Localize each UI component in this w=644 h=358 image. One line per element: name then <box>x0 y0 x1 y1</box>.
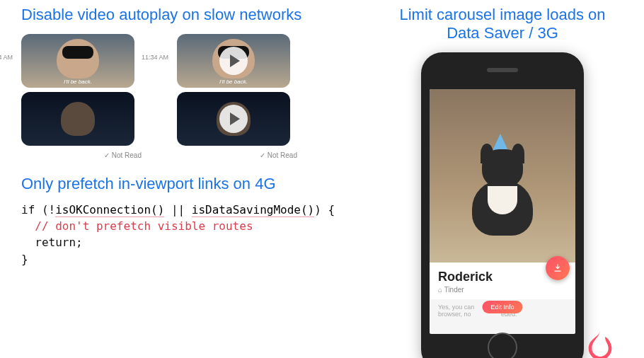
profile-photo <box>430 89 575 262</box>
video-thumb-top-left: I'll be back. <box>21 34 134 88</box>
play-icon[interactable] <box>219 105 248 133</box>
video-caption: I'll be back. <box>64 79 92 85</box>
tinder-flame-icon <box>580 327 620 358</box>
edit-info-button[interactable]: Edit Info <box>482 301 522 313</box>
timestamp: 11:34 AM <box>0 54 13 61</box>
heading-carousel: Limit carousel image loads on Data Saver… <box>382 6 623 42</box>
heading-autoplay: Disable video autoplay on slow networks <box>21 6 354 24</box>
play-icon[interactable] <box>219 47 248 75</box>
read-status: Not Read <box>177 151 318 159</box>
video-thumb-bottom-right <box>177 92 290 146</box>
video-thumb-top-right: I'll be back. <box>177 34 290 88</box>
video-caption: I'll be back. <box>219 79 248 85</box>
read-status: Not Read <box>21 151 163 159</box>
timestamp: 11:34 AM <box>142 54 168 61</box>
chat-comparison: 11:34 AM I'll be back. Not Read 11:34 AM… <box>21 34 354 159</box>
chat-col-noautoplay: 11:34 AM I'll be back. Not Read <box>177 34 318 159</box>
phone-frame: Roderick Tinder Yes, you can in your bro… <box>421 52 584 358</box>
phone-screen: Roderick Tinder Yes, you can in your bro… <box>430 89 575 334</box>
download-fab[interactable] <box>546 256 570 280</box>
chat-col-autoplay: 11:34 AM I'll be back. Not Read <box>21 34 163 159</box>
code-block: if (!isOKConnection() || isDataSavingMod… <box>21 202 354 267</box>
heading-prefetch: Only prefetch in-viewport links on 4G <box>21 175 354 193</box>
profile-message: Yes, you can in your browser, no eded. E… <box>430 299 575 322</box>
profile-source: Tinder <box>438 286 567 294</box>
download-icon <box>553 263 563 273</box>
video-thumb-bottom-left <box>21 92 134 146</box>
